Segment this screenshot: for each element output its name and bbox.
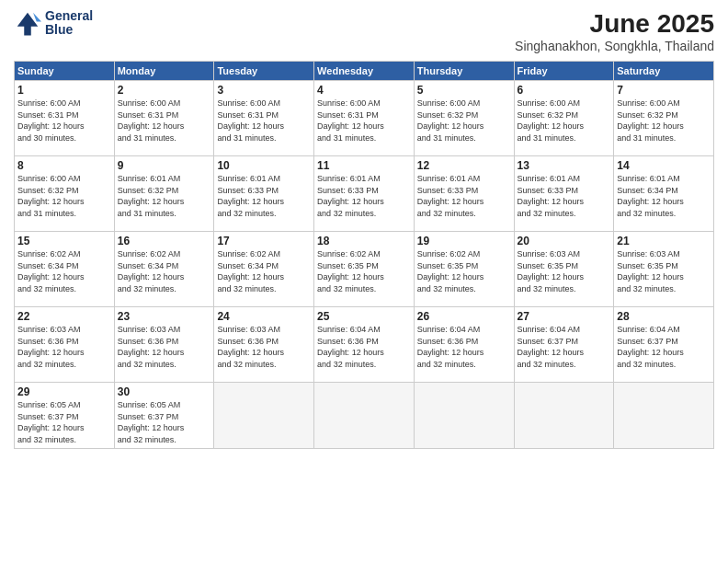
day-number: 9 [118, 159, 211, 172]
day-number: 7 [617, 84, 711, 97]
calendar-table: SundayMondayTuesdayWednesdayThursdayFrid… [14, 61, 714, 449]
cell-text: Sunrise: 6:00 AMSunset: 6:31 PMDaylight:… [217, 98, 311, 144]
cell-text: Sunrise: 6:04 AMSunset: 6:37 PMDaylight:… [518, 324, 611, 370]
header: General Blue June 2025 Singhanakhon, Son… [14, 9, 714, 53]
calendar-cell: 7Sunrise: 6:00 AMSunset: 6:32 PMDaylight… [614, 81, 714, 156]
calendar-cell: 5Sunrise: 6:00 AMSunset: 6:32 PMDaylight… [414, 81, 514, 156]
location: Singhanakhon, Songkhla, Thailand [515, 39, 714, 53]
calendar-cell: 21Sunrise: 6:03 AMSunset: 6:35 PMDayligh… [614, 232, 714, 307]
cell-text: Sunrise: 6:01 AMSunset: 6:32 PMDaylight:… [118, 173, 211, 219]
day-number: 12 [417, 159, 511, 172]
logo-icon [14, 9, 41, 37]
weekday-header-tuesday: Tuesday [214, 62, 314, 81]
day-number: 18 [317, 235, 411, 247]
week-row-4: 22Sunrise: 6:03 AMSunset: 6:36 PMDayligh… [15, 307, 714, 383]
title-block: June 2025 Singhanakhon, Songkhla, Thaila… [515, 9, 714, 53]
cell-text: Sunrise: 6:04 AMSunset: 6:37 PMDaylight:… [617, 324, 711, 370]
day-number: 24 [217, 310, 311, 323]
day-number: 13 [518, 159, 611, 172]
cell-text: Sunrise: 6:03 AMSunset: 6:35 PMDaylight:… [518, 248, 611, 294]
calendar-page: General Blue June 2025 Singhanakhon, Son… [0, 0, 728, 563]
cell-text: Sunrise: 6:00 AMSunset: 6:31 PMDaylight:… [17, 98, 111, 144]
cell-text: Sunrise: 6:05 AMSunset: 6:37 PMDaylight:… [17, 399, 111, 445]
day-number: 14 [617, 159, 711, 172]
day-number: 28 [617, 310, 711, 323]
cell-text: Sunrise: 6:03 AMSunset: 6:36 PMDaylight:… [118, 324, 211, 370]
calendar-cell: 23Sunrise: 6:03 AMSunset: 6:36 PMDayligh… [114, 307, 214, 383]
day-number: 11 [317, 159, 411, 172]
day-number: 16 [118, 235, 211, 247]
cell-text: Sunrise: 6:04 AMSunset: 6:36 PMDaylight:… [317, 324, 411, 370]
month-title: June 2025 [515, 9, 714, 39]
calendar-cell: 19Sunrise: 6:02 AMSunset: 6:35 PMDayligh… [414, 232, 514, 307]
calendar-cell: 26Sunrise: 6:04 AMSunset: 6:36 PMDayligh… [414, 307, 514, 383]
weekday-header-thursday: Thursday [414, 62, 514, 81]
cell-text: Sunrise: 6:01 AMSunset: 6:33 PMDaylight:… [217, 173, 311, 219]
day-number: 5 [417, 84, 511, 97]
calendar-cell: 4Sunrise: 6:00 AMSunset: 6:31 PMDaylight… [314, 81, 415, 156]
day-number: 1 [17, 84, 111, 97]
calendar-cell: 1Sunrise: 6:00 AMSunset: 6:31 PMDaylight… [15, 81, 115, 156]
calendar-cell: 2Sunrise: 6:00 AMSunset: 6:31 PMDaylight… [114, 81, 214, 156]
cell-text: Sunrise: 6:03 AMSunset: 6:35 PMDaylight:… [617, 248, 711, 294]
weekday-header-sunday: Sunday [15, 62, 115, 81]
day-number: 10 [217, 159, 311, 172]
cell-text: Sunrise: 6:00 AMSunset: 6:32 PMDaylight:… [17, 173, 111, 219]
cell-text: Sunrise: 6:01 AMSunset: 6:33 PMDaylight:… [518, 173, 611, 219]
cell-text: Sunrise: 6:03 AMSunset: 6:36 PMDaylight:… [17, 324, 111, 370]
day-number: 19 [417, 235, 511, 247]
cell-text: Sunrise: 6:00 AMSunset: 6:32 PMDaylight:… [518, 98, 611, 144]
calendar-cell [614, 383, 714, 449]
calendar-cell: 17Sunrise: 6:02 AMSunset: 6:34 PMDayligh… [214, 232, 314, 307]
day-number: 4 [317, 84, 411, 97]
day-number: 23 [118, 310, 211, 323]
weekday-header-monday: Monday [114, 62, 214, 81]
day-number: 29 [17, 385, 111, 398]
day-number: 26 [417, 310, 511, 323]
cell-text: Sunrise: 6:05 AMSunset: 6:37 PMDaylight:… [118, 399, 211, 445]
day-number: 6 [518, 84, 611, 97]
week-row-1: 1Sunrise: 6:00 AMSunset: 6:31 PMDaylight… [15, 81, 714, 156]
day-number: 30 [118, 385, 211, 398]
calendar-cell: 6Sunrise: 6:00 AMSunset: 6:32 PMDaylight… [514, 81, 614, 156]
calendar-cell: 24Sunrise: 6:03 AMSunset: 6:36 PMDayligh… [214, 307, 314, 383]
calendar-cell: 27Sunrise: 6:04 AMSunset: 6:37 PMDayligh… [514, 307, 614, 383]
logo: General Blue [14, 9, 93, 38]
day-number: 21 [617, 235, 711, 247]
weekday-header-row: SundayMondayTuesdayWednesdayThursdayFrid… [15, 62, 714, 81]
cell-text: Sunrise: 6:00 AMSunset: 6:32 PMDaylight:… [617, 98, 711, 144]
calendar-cell: 25Sunrise: 6:04 AMSunset: 6:36 PMDayligh… [314, 307, 415, 383]
day-number: 17 [217, 235, 311, 247]
calendar-cell: 11Sunrise: 6:01 AMSunset: 6:33 PMDayligh… [314, 156, 415, 232]
calendar-cell: 15Sunrise: 6:02 AMSunset: 6:34 PMDayligh… [15, 232, 115, 307]
week-row-5: 29Sunrise: 6:05 AMSunset: 6:37 PMDayligh… [15, 383, 714, 449]
calendar-cell: 3Sunrise: 6:00 AMSunset: 6:31 PMDaylight… [214, 81, 314, 156]
calendar-cell: 10Sunrise: 6:01 AMSunset: 6:33 PMDayligh… [214, 156, 314, 232]
calendar-cell [314, 383, 415, 449]
cell-text: Sunrise: 6:01 AMSunset: 6:33 PMDaylight:… [417, 173, 511, 219]
calendar-cell [514, 383, 614, 449]
cell-text: Sunrise: 6:00 AMSunset: 6:32 PMDaylight:… [417, 98, 511, 144]
day-number: 20 [518, 235, 611, 247]
day-number: 27 [518, 310, 611, 323]
cell-text: Sunrise: 6:04 AMSunset: 6:36 PMDaylight:… [417, 324, 511, 370]
cell-text: Sunrise: 6:02 AMSunset: 6:35 PMDaylight:… [317, 248, 411, 294]
day-number: 25 [317, 310, 411, 323]
cell-text: Sunrise: 6:00 AMSunset: 6:31 PMDaylight:… [118, 98, 211, 144]
calendar-cell: 12Sunrise: 6:01 AMSunset: 6:33 PMDayligh… [414, 156, 514, 232]
logo-text: General Blue [45, 9, 93, 38]
cell-text: Sunrise: 6:03 AMSunset: 6:36 PMDaylight:… [217, 324, 311, 370]
cell-text: Sunrise: 6:01 AMSunset: 6:34 PMDaylight:… [617, 173, 711, 219]
calendar-cell: 29Sunrise: 6:05 AMSunset: 6:37 PMDayligh… [15, 383, 115, 449]
day-number: 2 [118, 84, 211, 97]
week-row-3: 15Sunrise: 6:02 AMSunset: 6:34 PMDayligh… [15, 232, 714, 307]
calendar-cell: 28Sunrise: 6:04 AMSunset: 6:37 PMDayligh… [614, 307, 714, 383]
calendar-cell: 16Sunrise: 6:02 AMSunset: 6:34 PMDayligh… [114, 232, 214, 307]
calendar-cell: 18Sunrise: 6:02 AMSunset: 6:35 PMDayligh… [314, 232, 415, 307]
logo-line2: Blue [45, 22, 73, 37]
cell-text: Sunrise: 6:02 AMSunset: 6:35 PMDaylight:… [417, 248, 511, 294]
calendar-cell: 14Sunrise: 6:01 AMSunset: 6:34 PMDayligh… [614, 156, 714, 232]
cell-text: Sunrise: 6:02 AMSunset: 6:34 PMDaylight:… [118, 248, 211, 294]
day-number: 8 [17, 159, 111, 172]
calendar-cell: 8Sunrise: 6:00 AMSunset: 6:32 PMDaylight… [15, 156, 115, 232]
